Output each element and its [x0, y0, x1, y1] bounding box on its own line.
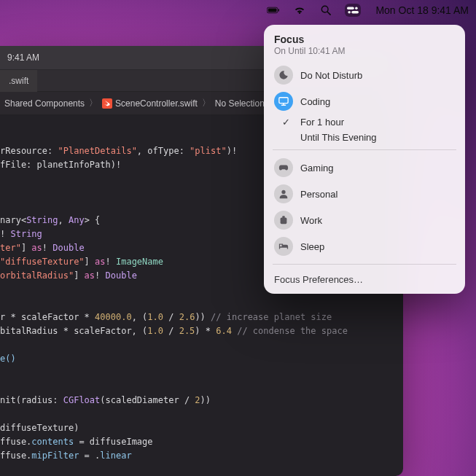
focus-duration-evening[interactable]: Until This Evening	[264, 130, 465, 145]
focus-subtitle: On Until 10:41 AM	[274, 46, 455, 56]
swift-file-icon	[102, 98, 112, 109]
svg-rect-14	[281, 218, 287, 225]
focus-item-work[interactable]: Work	[264, 207, 465, 233]
focus-item-label: Personal	[300, 189, 338, 200]
focus-item-sleep[interactable]: Sleep	[264, 233, 465, 260]
svg-rect-15	[282, 216, 285, 218]
control-center-icon[interactable]	[345, 4, 361, 17]
battery-icon[interactable]	[266, 4, 281, 17]
focus-item-label: Gaming	[300, 163, 334, 173]
focus-item-label: Coding	[300, 96, 330, 107]
titlebar-time: 9:41 AM	[7, 52, 39, 63]
crumb-shared-components[interactable]: Shared Components	[4, 98, 85, 109]
focus-item-coding[interactable]: Coding	[264, 88, 465, 114]
svg-rect-2	[278, 9, 279, 11]
divider	[273, 264, 456, 265]
svg-rect-10	[279, 98, 288, 104]
focus-item-gaming[interactable]: Gaming	[264, 155, 465, 181]
focus-title: Focus	[274, 34, 455, 45]
svg-line-4	[328, 12, 331, 15]
chevron-right-icon: 〉	[89, 97, 98, 109]
focus-item-label: Sleep	[300, 241, 324, 252]
wifi-icon[interactable]	[292, 4, 307, 17]
svg-rect-9	[102, 98, 112, 109]
moon-icon	[274, 66, 293, 85]
svg-point-7	[348, 11, 351, 14]
gamecontroller-icon	[274, 158, 293, 177]
bed-icon	[274, 237, 293, 256]
display-icon	[274, 92, 293, 111]
svg-point-13	[281, 190, 285, 194]
focus-header: Focus On Until 10:41 AM	[264, 32, 465, 62]
focus-item-label: Work	[300, 215, 322, 226]
svg-rect-1	[268, 9, 277, 12]
focus-preferences[interactable]: Focus Preferences…	[264, 269, 465, 289]
svg-rect-8	[352, 11, 359, 14]
tab-swift[interactable]: .swift	[0, 70, 37, 92]
divider	[273, 149, 456, 150]
focus-duration-1hour[interactable]: ✓ For 1 hour	[264, 114, 465, 130]
crumb-selection[interactable]: No Selection	[215, 98, 265, 109]
focus-duration-label: For 1 hour	[300, 117, 344, 128]
menubar: Mon Oct 18 9:41 AM	[0, 0, 476, 20]
lanyard-icon	[274, 211, 293, 230]
menubar-clock[interactable]: Mon Oct 18 9:41 AM	[375, 4, 469, 16]
svg-point-6	[355, 7, 358, 10]
search-icon[interactable]	[319, 4, 333, 17]
focus-item-label: Do Not Disturb	[300, 70, 362, 81]
chevron-right-icon: 〉	[202, 97, 211, 109]
person-icon	[274, 184, 293, 203]
crumb-file[interactable]: SceneController.swift	[102, 98, 198, 109]
focus-item-personal[interactable]: Personal	[264, 181, 465, 207]
focus-panel: Focus On Until 10:41 AM Do Not Disturb C…	[264, 25, 465, 294]
svg-rect-5	[347, 7, 354, 10]
focus-duration-label: Until This Evening	[300, 132, 377, 143]
focus-item-dnd[interactable]: Do Not Disturb	[264, 62, 465, 88]
checkmark-icon: ✓	[278, 117, 293, 128]
